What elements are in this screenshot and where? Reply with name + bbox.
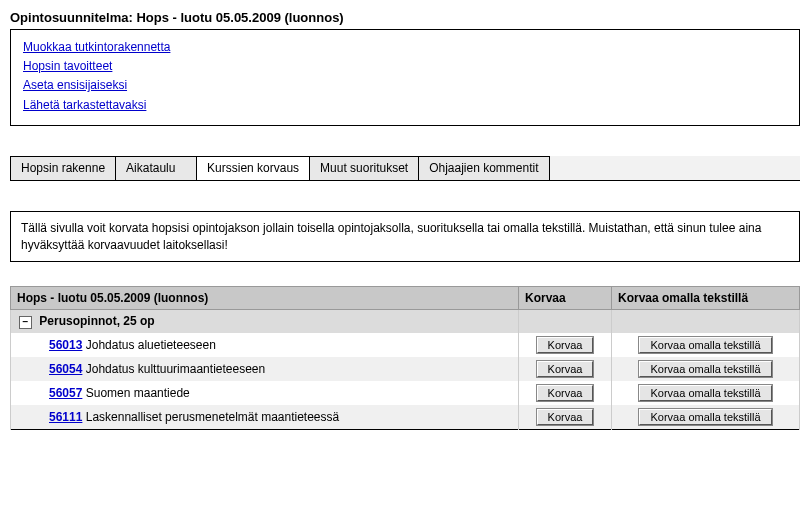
tab-schedule[interactable]: Aikataulu [116, 156, 197, 180]
page-title: Opintosuunnitelma: Hops - luotu 05.05.20… [10, 10, 800, 25]
course-code-link[interactable]: 56111 [49, 410, 82, 424]
link-hops-goals[interactable]: Hopsin tavoitteet [23, 57, 787, 76]
replace-text-button[interactable]: Korvaa omalla tekstillä [639, 409, 771, 425]
tab-hops-structure[interactable]: Hopsin rakenne [11, 156, 116, 180]
section-label: Perusopinnot, 25 op [39, 314, 154, 328]
table-row: 56054 Johdatus kulttuurimaantieteeseen K… [11, 357, 800, 381]
table-row: 56013 Johdatus aluetieteeseen Korvaa Kor… [11, 333, 800, 357]
collapse-icon[interactable]: − [19, 316, 32, 329]
link-edit-structure[interactable]: Muokkaa tutkintorakennetta [23, 38, 787, 57]
tabs-row: Hopsin rakenne Aikataulu Kurssien korvau… [10, 156, 800, 181]
tabs-spacer [550, 156, 800, 180]
tab-supervisor-comments[interactable]: Ohjaajien kommentit [419, 156, 549, 180]
course-code-link[interactable]: 56057 [49, 386, 82, 400]
replace-button[interactable]: Korvaa [537, 385, 594, 401]
course-name: Johdatus aluetieteeseen [86, 338, 216, 352]
table-row: 56111 Laskennalliset perusmenetelmät maa… [11, 405, 800, 430]
tab-other-completions[interactable]: Muut suoritukset [310, 156, 419, 180]
course-name: Laskennalliset perusmenetelmät maantiete… [86, 410, 339, 424]
section-row: − Perusopinnot, 25 op [11, 310, 800, 333]
link-set-primary[interactable]: Aseta ensisijaiseksi [23, 76, 787, 95]
table-header-row: Hops - luotu 05.05.2009 (luonnos) Korvaa… [11, 287, 800, 310]
action-links-box: Muokkaa tutkintorakennetta Hopsin tavoit… [10, 29, 800, 126]
replace-text-button[interactable]: Korvaa omalla tekstillä [639, 337, 771, 353]
table-row: 56057 Suomen maantiede Korvaa Korvaa oma… [11, 381, 800, 405]
tab-course-replacement[interactable]: Kurssien korvaus [197, 156, 310, 180]
col-header-replace: Korvaa [519, 287, 612, 310]
replace-text-button[interactable]: Korvaa omalla tekstillä [639, 385, 771, 401]
replace-button[interactable]: Korvaa [537, 337, 594, 353]
link-send-review[interactable]: Lähetä tarkastettavaksi [23, 96, 787, 115]
course-name: Johdatus kulttuurimaantieteeseen [86, 362, 265, 376]
col-header-plan: Hops - luotu 05.05.2009 (luonnos) [11, 287, 519, 310]
course-code-link[interactable]: 56054 [49, 362, 82, 376]
replace-button[interactable]: Korvaa [537, 409, 594, 425]
info-box: Tällä sivulla voit korvata hopsisi opint… [10, 211, 800, 263]
course-name: Suomen maantiede [86, 386, 190, 400]
replace-button[interactable]: Korvaa [537, 361, 594, 377]
col-header-replace-text: Korvaa omalla tekstillä [612, 287, 800, 310]
courses-table: Hops - luotu 05.05.2009 (luonnos) Korvaa… [10, 286, 800, 429]
course-code-link[interactable]: 56013 [49, 338, 82, 352]
replace-text-button[interactable]: Korvaa omalla tekstillä [639, 361, 771, 377]
